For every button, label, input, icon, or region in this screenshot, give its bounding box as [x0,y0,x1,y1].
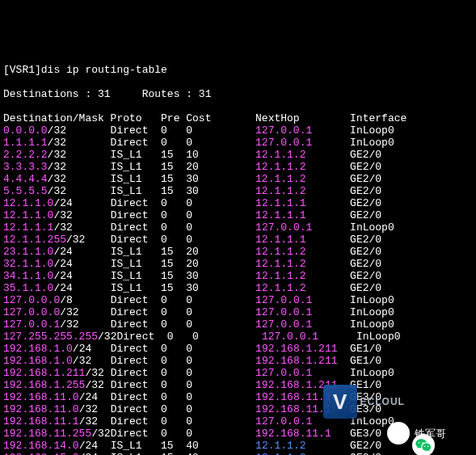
route-row: 192.168.1.255/32 Direct 0 0 192.168.1.21… [3,379,476,391]
dest-mask: /32 [91,428,110,440]
route-row: 0.0.0.0/32 Direct 0 0 127.0.0.1 InLoop0 [3,124,476,137]
dest-mask: /32 [53,221,72,234]
dest-mask: /24 [73,343,91,355]
route-row: 12.1.1.0/24 Direct 0 0 12.1.1.1 GE2/0 [3,197,476,209]
summary-line: Destinations : 31 Routes : 31 [3,88,476,100]
route-row: 192.168.1.0/32 Direct 0 0 192.168.1.211 … [3,355,476,367]
dest-mask: /24 [53,246,72,258]
route-row: 4.4.4.4/32 IS_L1 15 30 12.1.1.2 GE2/0 [3,173,476,185]
dest-ip: 5.5.5.5 [3,185,48,197]
nexthop: 127.0.0.1 [255,415,312,428]
dest-ip: 34.1.1.0 [3,270,53,282]
route-row: 3.3.3.3/32 IS_L1 15 20 12.1.1.2 GE2/0 [3,161,476,173]
dest-mask: /8 [60,294,73,306]
dest-ip: 2.2.2.2 [3,149,48,161]
command-line: [VSR1]dis ip routing-table [3,64,476,76]
dest-ip: 192.168.11.255 [3,428,91,440]
dest-mask: /32 [48,124,66,137]
route-row: 192.168.11.255/32Direct 0 0 192.168.11.1… [3,428,476,440]
route-row: 127.0.0.1/32 Direct 0 0 127.0.0.1 InLoop… [3,318,476,331]
dest-mask: /32 [60,318,78,331]
dest-ip: 192.168.11.0 [3,403,79,415]
dest-mask: /32 [48,173,66,185]
route-row: 192.168.15.0/24 IS_L1 15 40 12.1.1.2 GE2… [3,452,476,455]
route-row: 192.168.1.0/24 Direct 0 0 192.168.1.211 … [3,343,476,355]
dest-ip: 127.255.255.255 [3,331,98,343]
dest-mask: /24 [79,452,98,455]
dest-ip: 127.0.0.1 [3,318,60,331]
route-row: 1.1.1.1/32 Direct 0 0 127.0.0.1 InLoop0 [3,137,476,149]
nexthop: 12.1.1.2 [255,246,305,258]
dest-ip: 1.1.1.1 [3,137,48,149]
blank-line [3,76,476,88]
nexthop: 12.1.1.1 [255,209,305,221]
nexthop: 127.0.0.1 [255,318,312,331]
route-row: 12.1.1.255/32 Direct 0 0 12.1.1.1 GE2/0 [3,234,476,246]
nexthop: 12.1.1.2 [255,185,305,197]
dest-mask: /32 [85,379,103,391]
nexthop: 12.1.1.2 [255,452,305,455]
nexthop: 127.0.0.1 [255,221,312,234]
dest-ip: 192.168.15.0 [3,452,79,455]
dest-mask: /32 [98,331,116,343]
route-row: 5.5.5.5/32 IS_L1 15 30 12.1.1.2 GE2/0 [3,185,476,197]
dest-mask: /24 [53,258,72,270]
route-row: 127.0.0.0/32 Direct 0 0 127.0.0.1 InLoop… [3,306,476,318]
dest-mask: /24 [79,440,98,452]
route-row: 12.1.1.0/32 Direct 0 0 12.1.1.1 GE2/0 [3,209,476,221]
dest-mask: /32 [48,185,66,197]
nexthop: 12.1.1.2 [255,282,305,294]
route-row: 192.168.1.211/32 Direct 0 0 127.0.0.1 In… [3,367,476,379]
nexthop: 127.0.0.1 [255,124,312,137]
blank-line [3,100,476,112]
terminal-output: { "prompt_prefix": "[VSR1]", "command": … [3,15,476,455]
dest-ip: 192.168.1.0 [3,343,73,355]
dest-ip: 4.4.4.4 [3,173,48,185]
dest-mask: /32 [85,367,103,379]
route-row: 34.1.1.0/24 IS_L1 15 30 12.1.1.2 GE2/0 [3,270,476,282]
route-row: 127.0.0.0/8 Direct 0 0 127.0.0.1 InLoop0 [3,294,476,306]
dest-ip: 192.168.1.211 [3,367,85,379]
route-row: 127.255.255.255/32Direct 0 0 127.0.0.1 I… [3,331,476,343]
dest-mask: /32 [48,161,66,173]
dest-mask: /24 [53,197,72,209]
nexthop: 12.1.1.2 [255,173,305,185]
dest-ip: 192.168.1.0 [3,355,73,367]
dest-mask: /24 [53,282,72,294]
table-header: Destination/Mask Proto Pre Cost NextHop … [3,112,476,124]
route-row: 192.168.11.1/32 Direct 0 0 127.0.0.1 InL… [3,415,476,428]
dest-mask: /24 [79,391,98,403]
route-row: 35.1.1.0/24 IS_L1 15 30 12.1.1.2 GE2/0 [3,282,476,294]
route-row: 2.2.2.2/32 IS_L1 15 10 12.1.1.2 GE2/0 [3,149,476,161]
nexthop: 192.168.11.1 [255,428,331,440]
route-row: 32.1.1.0/24 IS_L1 15 20 12.1.1.2 GE2/0 [3,258,476,270]
nexthop: 127.0.0.1 [255,294,312,306]
dest-ip: 23.1.1.0 [3,246,53,258]
nexthop: 12.1.1.2 [255,258,305,270]
dest-ip: 12.1.1.0 [3,197,53,209]
dest-mask: /32 [79,403,98,415]
dest-ip: 192.168.11.0 [3,391,79,403]
nexthop: 127.0.0.1 [255,367,312,379]
nexthop: 192.168.1.211 [255,355,337,367]
dest-mask: /32 [48,149,66,161]
dest-ip: 192.168.14.0 [3,440,79,452]
nexthop: 127.0.0.1 [255,137,312,149]
nexthop: 192.168.1.211 [255,379,337,391]
dest-mask: /32 [66,234,85,246]
nexthop: 127.0.0.1 [255,306,312,318]
route-row: 12.1.1.1/32 Direct 0 0 127.0.0.1 InLoop0 [3,221,476,234]
dest-mask: /32 [48,137,66,149]
dest-mask: /32 [60,306,78,318]
dest-ip: 32.1.1.0 [3,258,53,270]
dest-mask: /32 [79,415,98,428]
dest-ip: 35.1.1.0 [3,282,53,294]
route-row: 192.168.11.0/32 Direct 0 0 192.168.11.1 … [3,403,476,415]
nexthop: 127.0.0.1 [262,331,318,343]
dest-ip: 3.3.3.3 [3,161,48,173]
route-row: 192.168.11.0/24 Direct 0 0 192.168.11.1 … [3,391,476,403]
dest-mask: /32 [53,209,72,221]
dest-ip: 192.168.1.255 [3,379,85,391]
nexthop: 12.1.1.1 [255,197,305,209]
route-row: 192.168.14.0/24 IS_L1 15 40 12.1.1.2 GE2… [3,440,476,452]
